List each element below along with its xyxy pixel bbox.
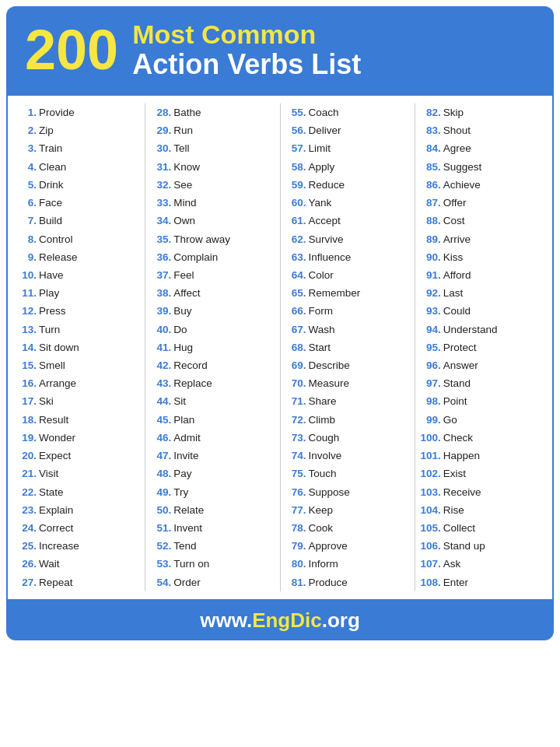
list-item: 56.Deliver [284,121,411,139]
list-item: 23.Explain [14,501,142,519]
verb-number: 43. [149,374,173,392]
verb-word: Train [39,139,62,157]
verb-number: 45. [149,411,173,429]
list-item: 88.Cost [418,212,546,230]
list-item: 82.Skip [418,103,546,121]
verb-word: Ask [443,555,461,573]
verb-number: 42. [149,356,173,374]
list-item: 40.Do [149,321,276,338]
list-item: 14.Sit down [14,338,142,356]
list-item: 98.Point [418,392,546,410]
verb-number: 92. [418,284,443,302]
verb-number: 76. [284,483,309,501]
verb-number: 90. [418,248,443,266]
verb-number: 49. [149,483,173,501]
verb-number: 4. [14,158,39,176]
verb-number: 59. [284,176,309,194]
list-item: 76.Suppose [284,483,411,501]
verb-word: Reduce [309,176,345,194]
verb-word: Explain [39,501,73,519]
verb-word: Describe [309,356,350,374]
list-item: 1.Provide [14,103,142,121]
list-item: 106.Stand up [418,537,546,555]
verb-number: 21. [14,465,39,482]
list-item: 33.Mind [149,194,276,212]
list-item: 45.Plan [149,411,276,429]
verb-word: Face [39,194,62,212]
list-item: 44.Sit [149,392,276,410]
verb-number: 12. [14,302,39,320]
list-item: 54.Order [149,573,276,591]
verb-word: Share [309,392,337,410]
verb-number: 81. [284,573,309,591]
verb-number: 74. [284,447,309,465]
list-item: 50.Relate [149,501,276,519]
verb-number: 108. [418,573,443,591]
header-number: 200 [25,22,118,78]
list-item: 84.Agree [418,139,546,157]
footer-text: www.EngDic.org [200,608,360,632]
verb-number: 51. [149,519,173,537]
list-item: 46.Admit [149,429,276,447]
list-item: 47.Invite [149,447,276,465]
verb-word: Do [173,321,187,338]
column-2: 28.Bathe29.Run30.Tell31.Know32.See33.Min… [145,103,280,591]
verb-word: Shout [443,121,471,139]
verb-number: 57. [284,139,309,157]
verb-word: Cough [309,429,340,447]
verb-number: 102. [418,465,443,482]
verb-word: Last [443,284,464,302]
verb-word: Relate [173,501,204,519]
verb-number: 67. [284,321,309,338]
list-item: 78.Cook [284,519,411,537]
verb-number: 20. [14,447,39,465]
list-item: 25.Increase [14,537,142,555]
list-item: 37.Feel [149,266,276,284]
list-item: 102.Exist [418,465,546,482]
verb-word: Protect [443,338,477,356]
list-item: 69.Describe [284,356,411,374]
verb-word: Enter [443,573,468,591]
list-item: 48.Pay [149,465,276,482]
verb-word: Press [39,302,66,320]
verb-number: 106. [418,537,443,555]
verb-word: Invent [173,519,202,537]
verb-number: 2. [14,121,39,139]
verb-number: 7. [14,212,39,230]
list-item: 53.Turn on [149,555,276,573]
list-item: 101.Happen [418,447,546,465]
verb-number: 47. [149,447,173,465]
verb-number: 33. [149,194,173,212]
list-item: 90.Kiss [418,248,546,266]
verb-word: Expect [39,447,71,465]
verb-word: Produce [309,573,348,591]
list-item: 74.Involve [284,447,411,465]
list-item: 35.Throw away [149,230,276,248]
list-item: 29.Run [149,121,276,139]
verb-number: 17. [14,392,39,410]
verb-number: 22. [14,483,39,501]
verb-number: 80. [284,555,309,573]
list-item: 100.Check [418,429,546,447]
verb-word: Start [309,338,331,356]
verb-number: 34. [149,212,173,230]
list-item: 27.Repeat [14,573,142,591]
list-item: 68.Start [284,338,411,356]
verb-word: Answer [443,356,478,374]
list-item: 21.Visit [14,465,142,482]
verb-number: 63. [284,248,309,266]
verb-word: Zip [39,121,54,139]
list-item: 17.Ski [14,392,142,410]
verb-number: 8. [14,230,39,248]
verb-number: 99. [418,411,443,429]
verb-word: Form [309,302,334,320]
verb-word: Repeat [39,573,73,591]
list-item: 5.Drink [14,176,142,194]
verb-word: Plan [173,411,194,429]
list-item: 55.Coach [284,103,411,121]
verb-word: Receive [443,483,481,501]
verb-number: 71. [284,392,309,410]
verb-word: Buy [173,302,191,320]
verb-number: 105. [418,519,443,537]
list-item: 89.Arrive [418,230,546,248]
